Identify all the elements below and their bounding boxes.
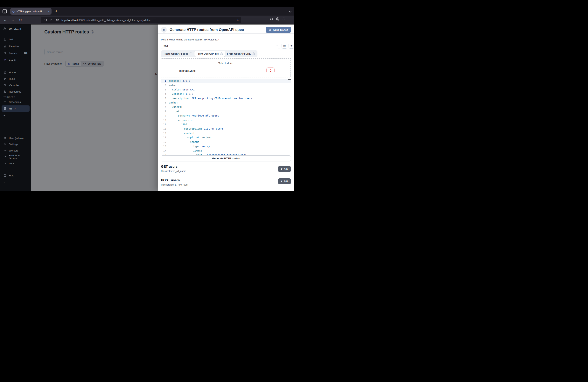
home-icon <box>3 71 7 74</box>
sidebar-item-variables[interactable]: Variables <box>1 82 30 88</box>
sidebar-item-ask-ai[interactable]: Ask AI <box>1 57 30 64</box>
sidebar-add-button[interactable]: + <box>1 112 30 119</box>
selected-file-label: Selected file: <box>161 62 291 65</box>
code-line: 17 items: <box>161 149 291 153</box>
sidebar-item-workspace[interactable]: test <box>1 36 30 42</box>
shield-icon[interactable] <box>44 19 47 21</box>
permissions-toggles-icon[interactable] <box>56 19 59 22</box>
sidebar-item-search[interactable]: Search ⌘k <box>1 50 30 56</box>
page-info-icon[interactable] <box>50 19 53 21</box>
search-shortcut: ⌘k <box>24 52 28 55</box>
save-routes-button[interactable]: Save routes <box>266 27 291 33</box>
remove-file-button[interactable] <box>266 67 274 73</box>
eye-icon: ◎ <box>283 44 286 47</box>
edit-post-route-button[interactable]: ✎ Edit <box>278 178 291 184</box>
new-tab-button[interactable]: + <box>55 9 58 14</box>
triggers-section-label: TRIGGERS <box>3 96 15 98</box>
robot-icon <box>3 149 7 152</box>
list-icon <box>3 162 7 165</box>
drawer-close-button[interactable]: × <box>161 27 167 33</box>
code-line: 1openapi: 3.0.0 <box>161 79 291 83</box>
source-tabs: Paste OpenAPI spec i From OpenAPI file i… <box>161 50 257 57</box>
info-icon[interactable]: i <box>220 53 223 55</box>
chevron-down-icon <box>276 44 278 46</box>
tab-list-chevron-icon[interactable] <box>289 10 292 12</box>
dollar-icon <box>3 84 7 87</box>
route-path-post: f/test/create_a_new_user <box>161 183 188 186</box>
file-dropzone[interactable]: Selected file: openapi.yaml <box>161 58 291 77</box>
drawer-title: Generate HTTP routes from OpenAPI spec <box>169 28 244 32</box>
openapi-drawer: × Generate HTTP routes from OpenAPI spec… <box>158 24 294 191</box>
account-icon[interactable] <box>276 17 280 21</box>
sidebar-item-user[interactable]: User (admin) <box>1 135 30 141</box>
sidebar-collapse-button[interactable]: ← <box>1 179 30 185</box>
yaml-code-editor[interactable]: 1openapi: 3.0.02info:3 title: User API4 … <box>161 79 291 155</box>
browser-tab-bar: HTTP triggers | Windmill × + <box>0 7 294 16</box>
firefox-view-icon[interactable] <box>2 9 7 13</box>
code-line: 9 summary: Retrieve all users <box>161 114 291 118</box>
gear-icon <box>3 143 7 146</box>
code-line: 14 application/json: <box>161 135 291 140</box>
code-line: 7 /users: <box>161 105 291 109</box>
sidebar-item-logs[interactable]: Logs <box>1 160 30 167</box>
url-bar[interactable]: http://localhost:3000/routes?filter_path… <box>41 17 241 23</box>
code-line: 6paths: <box>161 101 291 105</box>
sidebar-item-resources[interactable]: Resources <box>1 88 30 95</box>
sidebar-logo[interactable]: Windmill <box>3 27 21 31</box>
windmill-logo-icon <box>3 27 7 31</box>
tab-from-openapi-url[interactable]: From OpenAPI URL i <box>225 51 257 57</box>
sidebar: Windmill test Fa <box>0 24 31 191</box>
sidebar-item-http[interactable]: HTTP <box>1 106 30 112</box>
folder-picker-label: Pick a folder to bind the generated HTTP… <box>161 38 219 41</box>
tab-paste-openapi-spec[interactable]: Paste OpenAPI spec i <box>162 51 194 57</box>
sidebar-item-favorites[interactable]: Favorites <box>1 43 30 49</box>
route-title-get: GET users <box>161 165 178 169</box>
code-line: 4 version: 1.0.0 <box>161 92 291 96</box>
extensions-puzzle-icon[interactable] <box>282 17 286 21</box>
pencil-icon: ✎ <box>280 180 283 183</box>
reload-button[interactable]: ↻ <box>18 18 23 22</box>
sidebar-item-home[interactable]: Home <box>1 69 30 75</box>
sidebar-divider <box>0 67 31 67</box>
generate-http-routes-button[interactable]: Generate HTTP routes <box>161 155 291 161</box>
info-icon[interactable]: i <box>189 53 192 55</box>
code-line: 3 title: User API <box>161 87 291 92</box>
code-line: 10 responses: <box>161 118 291 122</box>
editor-scrollbar-thumb[interactable] <box>288 79 291 80</box>
route-path-get: f/test/retrieve_all_users <box>161 170 186 172</box>
sidebar-item-schedules[interactable]: Schedules <box>1 99 30 105</box>
info-icon[interactable]: i <box>252 53 255 55</box>
sidebar-item-folders[interactable]: Folders & Groups... <box>1 154 30 160</box>
forward-button[interactable]: → <box>10 18 15 22</box>
code-line: 5 description: API supporting CRUD opera… <box>161 96 291 101</box>
browser-toolbar: ← → ↻ http://localhost:3000/routes?filte <box>0 16 294 24</box>
back-button[interactable]: ← <box>3 18 8 22</box>
code-line: 11 '200': <box>161 122 291 127</box>
tab-from-openapi-file[interactable]: From OpenAPI file i <box>194 51 225 57</box>
route-title-post: POST users <box>161 178 180 182</box>
trash-icon <box>269 69 272 72</box>
tab-close-icon[interactable]: × <box>48 10 50 13</box>
sidebar-item-help[interactable]: Help <box>1 172 30 179</box>
sidebar-item-settings[interactable]: Settings <box>1 141 30 147</box>
app-window: Custom HTTP routes i Search routes Filte… <box>0 24 294 191</box>
bookmark-star-icon[interactable]: ☆ <box>237 18 239 22</box>
menu-hamburger-icon[interactable] <box>289 18 292 20</box>
add-folder-button[interactable]: + <box>289 43 294 49</box>
pocket-icon[interactable] <box>270 17 273 21</box>
screen: HTTP triggers | Windmill × + ← → ↻ <box>0 0 294 191</box>
tab-title: HTTP triggers | Windmill <box>17 10 48 13</box>
code-line: 2info: <box>161 83 291 87</box>
sidebar-item-runs[interactable]: Runs <box>1 76 30 82</box>
browser-tab[interactable]: HTTP triggers | Windmill × <box>10 8 52 15</box>
sidebar-item-workers[interactable]: Workers <box>1 148 30 154</box>
required-asterisk: * <box>218 38 219 41</box>
edit-get-route-button[interactable]: ✎ Edit <box>278 166 291 172</box>
url-text[interactable]: http://localhost:3000/routes?filter_path… <box>62 19 235 21</box>
folder-select-value: test <box>164 44 168 47</box>
windmill-favicon-icon <box>12 10 15 13</box>
sidebar-logo-text: Windmill <box>9 27 21 31</box>
folder-select[interactable]: test <box>161 42 280 49</box>
view-folder-button[interactable]: ◎ <box>282 43 287 49</box>
boxes-icon <box>3 90 7 93</box>
